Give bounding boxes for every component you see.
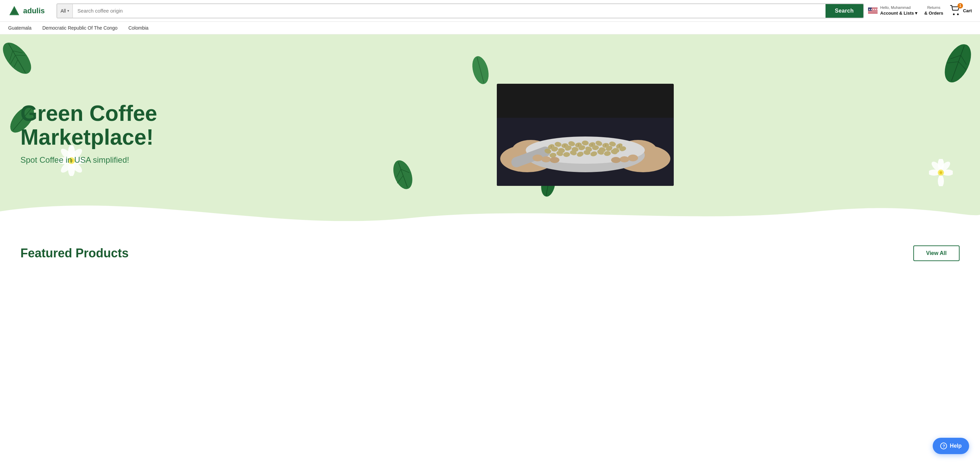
wave-decoration — [0, 191, 980, 232]
svg-point-19 — [0, 38, 37, 79]
search-category-dropdown[interactable]: All ▾ — [57, 4, 73, 18]
account-area[interactable]: ★★★★★★ Hello, Muhammad Account & Lists ▾ — [868, 5, 918, 17]
view-all-button[interactable]: View All — [913, 245, 959, 261]
nav-item-drc[interactable]: Democratic Republic Of The Congo — [42, 25, 118, 31]
header-right: ★★★★★★ Hello, Muhammad Account & Lists ▾… — [868, 5, 972, 17]
svg-rect-14 — [868, 13, 878, 14]
account-link: Account & Lists ▾ — [880, 10, 918, 16]
account-hello: Hello, Muhammad — [880, 5, 918, 10]
svg-point-17 — [953, 13, 955, 15]
logo-text: adulis — [23, 6, 45, 15]
returns-orders[interactable]: Returns & Orders — [924, 5, 943, 17]
svg-rect-9 — [868, 11, 878, 11]
search-bar: All ▾ Search — [56, 3, 864, 18]
svg-rect-12 — [868, 12, 878, 13]
search-input[interactable] — [73, 4, 826, 18]
account-text: Hello, Muhammad Account & Lists ▾ — [880, 5, 918, 17]
orders-label: & Orders — [924, 10, 943, 16]
svg-rect-13 — [868, 13, 878, 13]
cart-label: Cart — [963, 8, 972, 13]
logo[interactable]: adulis — [8, 5, 52, 17]
logo-icon — [8, 5, 21, 17]
svg-rect-11 — [868, 12, 878, 12]
featured-section: Featured Products View All — [0, 232, 980, 268]
returns-label: Returns — [924, 5, 943, 10]
hero-image-area — [211, 80, 959, 186]
cart-area[interactable]: 1 Cart — [950, 5, 972, 17]
svg-point-111 — [550, 157, 559, 163]
nav-item-colombia[interactable]: Colombia — [128, 25, 148, 31]
svg-point-114 — [611, 157, 620, 163]
nav-item-guatemala[interactable]: Guatemala — [8, 25, 31, 31]
featured-header: Featured Products View All — [21, 245, 959, 261]
svg-rect-10 — [868, 11, 878, 12]
leaf-decoration-1 — [0, 34, 39, 83]
cart-icon-wrap: 1 — [950, 5, 961, 17]
search-category-label: All — [60, 8, 66, 14]
svg-point-109 — [533, 154, 543, 161]
svg-text:★★★★★★: ★★★★★★ — [868, 8, 878, 11]
hero-content: Green Coffee Marketplace! Spot Coffee in… — [21, 102, 211, 165]
chevron-down-icon: ▾ — [67, 9, 69, 13]
featured-title: Featured Products — [21, 246, 129, 260]
svg-point-113 — [620, 156, 629, 162]
hero-section: Green Coffee Marketplace! Spot Coffee in… — [0, 34, 980, 232]
header: adulis All ▾ Search — [0, 0, 980, 22]
svg-point-18 — [957, 13, 959, 15]
hero-title: Green Coffee Marketplace! — [21, 102, 211, 150]
hero-image — [497, 84, 674, 186]
svg-point-112 — [628, 154, 638, 161]
us-flag-icon: ★★★★★★ — [868, 8, 878, 14]
coffee-beans-image — [497, 84, 674, 186]
search-button[interactable]: Search — [826, 4, 863, 18]
svg-point-110 — [541, 156, 551, 162]
hero-subtitle: Spot Coffee in USA simplified! — [21, 155, 211, 165]
nav-bar: Guatemala Democratic Republic Of The Con… — [0, 22, 980, 34]
cart-badge: 1 — [958, 3, 963, 8]
